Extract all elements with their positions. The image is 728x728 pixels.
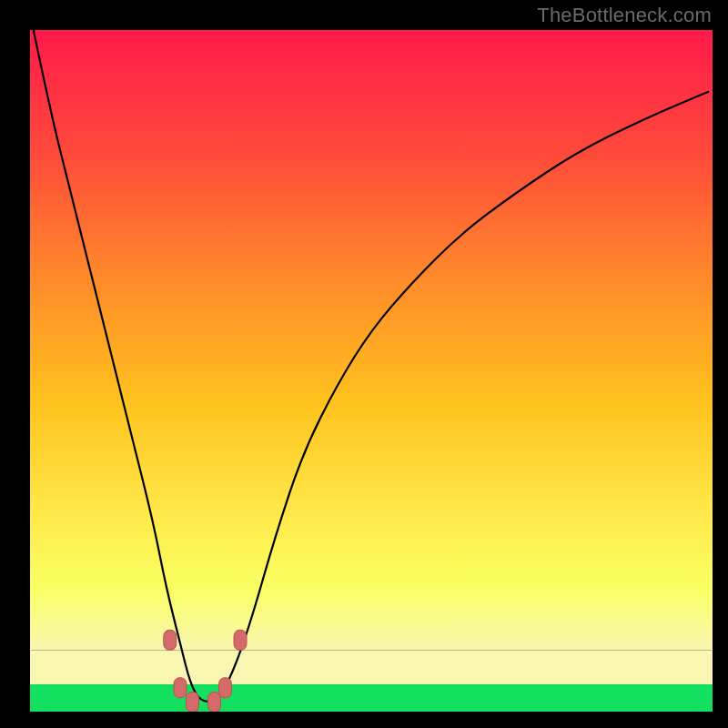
curve-marker (187, 693, 199, 712)
cream-band (30, 651, 713, 684)
chart-svg (30, 30, 713, 712)
curve-marker (208, 693, 221, 712)
outer-frame: TheBottleneck.com (0, 0, 728, 728)
curve-marker (164, 630, 177, 650)
curve-marker (174, 678, 187, 698)
green-band (30, 684, 713, 712)
attribution-text: TheBottleneck.com (537, 4, 712, 27)
curve-marker (234, 630, 247, 650)
curve-marker (219, 678, 232, 698)
gradient-background (30, 30, 713, 651)
plot-area (30, 30, 713, 712)
